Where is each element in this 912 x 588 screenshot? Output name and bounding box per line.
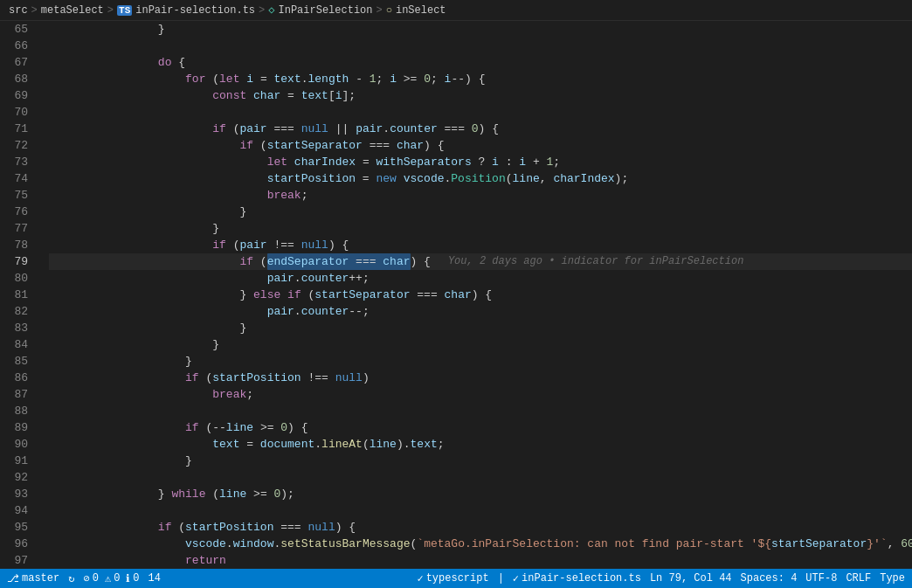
ln-78: 78 (0, 237, 37, 253)
ln-67: 67 (0, 54, 37, 71)
ts-file-icon: TS (117, 5, 132, 16)
editor: 65 66 67 68 69 70 71 72 73 74 75 76 77 7… (0, 21, 912, 569)
code-line-76: } (49, 204, 912, 220)
code-line-74: startPosition = new vscode.Position(line… (49, 170, 912, 187)
ln-70: 70 (0, 104, 37, 121)
code-line-90: text = document.lineAt(line).text; (49, 436, 912, 453)
code-line-88 (49, 403, 912, 419)
git-branch-icon: ⎇ (7, 572, 19, 585)
warnings-count: 0 (114, 572, 120, 585)
breadcrumb-metaselect[interactable]: metaSelect (41, 4, 104, 17)
code-line-69: const char = text[i]; (49, 87, 912, 104)
code-line-83: } (49, 320, 912, 336)
ln-79: 79 (0, 253, 37, 270)
line-numbers: 65 66 67 68 69 70 71 72 73 74 75 76 77 7… (0, 21, 45, 569)
git-blame-line79: You, 2 days ago • indicator for inPairSe… (448, 253, 743, 270)
code-container: 65 66 67 68 69 70 71 72 73 74 75 76 77 7… (0, 21, 912, 569)
file-label: inPair-selection.ts (522, 572, 641, 585)
breadcrumb-src[interactable]: src (9, 4, 28, 17)
ln-65: 65 (0, 21, 37, 38)
errors-indicator[interactable]: ⊘ 0 ⚠ 0 ℹ 0 (83, 572, 139, 585)
separator: | (498, 572, 504, 585)
ln-71: 71 (0, 121, 37, 137)
ln-69: 69 (0, 87, 37, 104)
type-indicator[interactable]: Type (880, 572, 905, 585)
code-line-93: } while (line >= 0); (49, 486, 912, 502)
problems-label: 14 (149, 572, 161, 585)
code-line-72: if (startSeparator === char) { (49, 137, 912, 154)
spaces-label: Spaces: 4 (741, 572, 798, 585)
ln-95: 95 (0, 519, 37, 536)
ln-72: 72 (0, 137, 37, 154)
code-line-81: } else if (startSeparator === char) { (49, 287, 912, 303)
code-line-84: } (49, 336, 912, 353)
ln-82: 82 (0, 303, 37, 320)
line-ending-indicator[interactable]: CRLF (846, 572, 871, 585)
code-line-91: } (49, 453, 912, 469)
breadcrumb-sep1: > (31, 4, 38, 17)
code-line-87: break; (49, 386, 912, 403)
code-line-68: for (let i = text.length - 1; i >= 0; i-… (49, 71, 912, 87)
code-line-97: return (49, 552, 912, 569)
line-ending-label: CRLF (846, 572, 871, 585)
ln-93: 93 (0, 486, 37, 502)
breadcrumb-filename[interactable]: inPair-selection.ts (135, 4, 255, 17)
code-line-65: } (49, 21, 912, 38)
branch-indicator[interactable]: ⎇ master (7, 572, 59, 585)
code-line-67: do { (49, 54, 912, 71)
encoding-indicator[interactable]: UTF-8 (805, 572, 837, 585)
branch-name: master (22, 572, 59, 585)
code-line-73: let charIndex = withSeparators ? i : i +… (49, 154, 912, 170)
breadcrumb-sep4: > (377, 4, 383, 17)
file-indicator[interactable]: ✓ inPair-selection.ts (513, 572, 641, 585)
info-icon: ℹ (126, 572, 130, 585)
ln-91: 91 (0, 453, 37, 469)
breadcrumb-sep2: > (107, 4, 114, 17)
code-line-75: break; (49, 187, 912, 204)
breadcrumb-class[interactable]: InPairSelection (279, 4, 373, 17)
ln-96: 96 (0, 536, 37, 552)
position-indicator[interactable]: Ln 79, Col 44 (650, 572, 732, 585)
problems-count[interactable]: 14 (149, 572, 161, 585)
position-label: Ln 79, Col 44 (650, 572, 732, 585)
code-line-89: if (--line >= 0) { (49, 419, 912, 436)
code-line-92 (49, 469, 912, 486)
breadcrumb-sep3: > (259, 4, 265, 17)
errors-count: 0 (93, 572, 99, 585)
statusbar: ⎇ master ↻ ⊘ 0 ⚠ 0 ℹ 0 14 ✓ typescript |… (0, 569, 912, 588)
statusbar-left: ⎇ master ↻ ⊘ 0 ⚠ 0 ℹ 0 14 (7, 572, 161, 585)
code-lines[interactable]: } do { for (let i = text.length - 1; i >… (45, 21, 912, 569)
breadcrumb-class-icon: ◇ (268, 3, 274, 17)
encoding-label: UTF-8 (805, 572, 837, 585)
ln-66: 66 (0, 38, 37, 54)
ln-90: 90 (0, 436, 37, 453)
code-line-77: } (49, 220, 912, 237)
ln-68: 68 (0, 71, 37, 87)
info-count: 0 (133, 572, 139, 585)
breadcrumb-method[interactable]: inSelect (396, 4, 446, 17)
ln-85: 85 (0, 353, 37, 370)
sync-button[interactable]: ↻ (68, 572, 74, 585)
ln-88: 88 (0, 403, 37, 419)
ln-73: 73 (0, 154, 37, 170)
code-line-96: vscode.window.setStatusBarMessage(`metaG… (49, 536, 912, 552)
ln-80: 80 (0, 270, 37, 287)
ln-94: 94 (0, 502, 37, 519)
ln-97: 97 (0, 552, 37, 569)
ln-74: 74 (0, 170, 37, 187)
statusbar-right: ✓ typescript | ✓ inPair-selection.ts Ln … (417, 572, 905, 585)
spaces-indicator[interactable]: Spaces: 4 (741, 572, 798, 585)
code-line-86: if (startPosition !== null) (49, 370, 912, 386)
code-line-94 (49, 502, 912, 519)
breadcrumb-method-icon: ○ (386, 4, 392, 17)
error-icon: ⊘ (83, 572, 89, 585)
checkmark-ts-icon: ✓ (417, 572, 423, 585)
language-label: typescript (426, 572, 489, 585)
code-line-79: if (endSeparator === char) { You, 2 days… (49, 253, 912, 270)
ln-83: 83 (0, 320, 37, 336)
code-line-82: pair.counter--; (49, 303, 912, 320)
type-label: Type (880, 572, 905, 585)
code-line-70 (49, 104, 912, 121)
language-indicator[interactable]: ✓ typescript (417, 572, 488, 585)
ln-89: 89 (0, 419, 37, 436)
